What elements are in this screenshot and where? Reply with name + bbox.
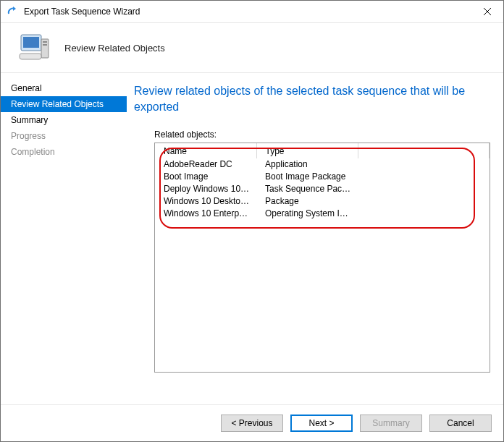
wizard-header: Review Related Objects xyxy=(1,23,503,73)
cell-type: Package xyxy=(256,195,358,208)
sidebar-item-progress: Progress xyxy=(1,128,127,144)
svg-rect-5 xyxy=(43,41,47,43)
sidebar: General Review Related Objects Summary P… xyxy=(1,73,127,404)
table-header-row: Name Type xyxy=(155,143,490,158)
cell-name: Deploy Windows 10 21H1 xyxy=(155,183,256,195)
sidebar-item-summary[interactable]: Summary xyxy=(1,112,127,128)
cancel-button[interactable]: Cancel xyxy=(429,415,492,432)
cell-type: Operating System Image xyxy=(256,208,358,220)
window-title: Export Task Sequence Wizard xyxy=(24,7,140,17)
page-heading: Review related objects of the selected t… xyxy=(134,83,490,115)
computer-icon xyxy=(11,32,57,64)
wizard-body: General Review Related Objects Summary P… xyxy=(1,73,503,404)
cell-name: Windows 10 Desktop Wallpa... xyxy=(155,195,256,208)
table-row[interactable]: Windows 10 Enterprise Operating System I… xyxy=(155,208,490,220)
table-row[interactable]: AdobeReader DC Application xyxy=(155,158,490,171)
related-objects-list[interactable]: Name Type AdobeReader DC Application Boo xyxy=(154,143,490,373)
svg-rect-3 xyxy=(23,37,39,48)
table-row[interactable]: Boot Image Boot Image Package xyxy=(155,171,490,183)
wizard-window: Export Task Sequence Wizard Review Relat… xyxy=(0,0,504,442)
table-row[interactable]: Windows 10 Desktop Wallpa... Package xyxy=(155,195,490,208)
close-button[interactable] xyxy=(471,1,503,22)
cell-type: Task Sequence Package xyxy=(256,183,358,195)
col-name[interactable]: Name xyxy=(155,143,256,158)
sidebar-item-completion: Completion xyxy=(1,144,127,160)
wizard-footer: < Previous Next > Summary Cancel xyxy=(1,404,503,441)
col-type[interactable]: Type xyxy=(256,143,358,158)
cell-type: Boot Image Package xyxy=(256,171,358,183)
related-objects-table: Name Type AdobeReader DC Application Boo xyxy=(155,143,490,220)
svg-rect-7 xyxy=(20,54,41,59)
export-arrow-icon xyxy=(7,6,18,17)
summary-button: Summary xyxy=(360,415,422,432)
cell-name: AdobeReader DC xyxy=(155,158,256,171)
previous-button[interactable]: < Previous xyxy=(221,415,283,432)
cell-type: Application xyxy=(256,158,358,171)
next-button[interactable]: Next > xyxy=(290,415,353,432)
header-title: Review Related Objects xyxy=(64,43,165,54)
sidebar-item-review[interactable]: Review Related Objects xyxy=(1,96,127,112)
sidebar-item-general[interactable]: General xyxy=(1,80,127,96)
cell-name: Windows 10 Enterprise xyxy=(155,208,256,220)
main-panel: Review related objects of the selected t… xyxy=(127,73,503,404)
related-objects-label: Related objects: xyxy=(154,129,490,140)
col-spacer xyxy=(358,143,490,158)
table-row[interactable]: Deploy Windows 10 21H1 Task Sequence Pac… xyxy=(155,183,490,195)
cell-name: Boot Image xyxy=(155,171,256,183)
svg-rect-6 xyxy=(43,44,47,46)
titlebar: Export Task Sequence Wizard xyxy=(1,1,503,23)
